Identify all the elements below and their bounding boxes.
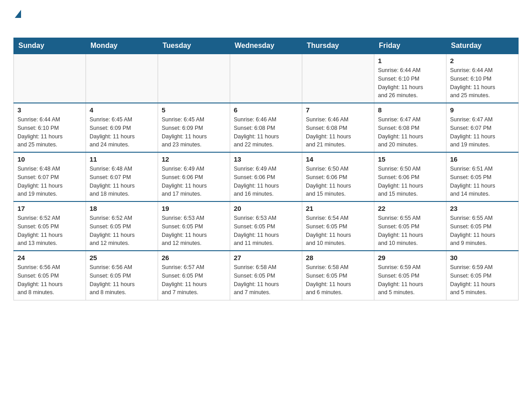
weekday-header-wednesday: Wednesday <box>230 38 302 54</box>
day-info: Sunrise: 6:50 AM Sunset: 6:06 PM Dayligh… <box>306 165 370 198</box>
day-info: Sunrise: 6:56 AM Sunset: 6:05 PM Dayligh… <box>17 263 82 297</box>
day-number: 14 <box>306 155 370 163</box>
calendar-cell: 19Sunrise: 6:53 AM Sunset: 6:05 PM Dayli… <box>158 201 230 251</box>
day-number: 28 <box>306 254 370 261</box>
day-number: 11 <box>90 155 154 163</box>
day-info: Sunrise: 6:44 AM Sunset: 6:10 PM Dayligh… <box>378 66 442 100</box>
calendar-cell: 21Sunrise: 6:54 AM Sunset: 6:05 PM Dayli… <box>302 201 374 251</box>
page-header <box>13 9 519 32</box>
weekday-header-friday: Friday <box>374 38 446 54</box>
day-info: Sunrise: 6:52 AM Sunset: 6:05 PM Dayligh… <box>17 214 82 248</box>
day-info: Sunrise: 6:50 AM Sunset: 6:06 PM Dayligh… <box>378 165 442 198</box>
calendar-cell: 4Sunrise: 6:45 AM Sunset: 6:09 PM Daylig… <box>86 103 158 152</box>
day-info: Sunrise: 6:45 AM Sunset: 6:09 PM Dayligh… <box>90 116 154 149</box>
calendar-cell: 23Sunrise: 6:55 AM Sunset: 6:05 PM Dayli… <box>446 201 519 251</box>
calendar-cell: 13Sunrise: 6:49 AM Sunset: 6:06 PM Dayli… <box>230 152 302 201</box>
day-number: 20 <box>234 205 298 212</box>
day-number: 12 <box>162 155 226 163</box>
day-info: Sunrise: 6:47 AM Sunset: 6:07 PM Dayligh… <box>450 116 515 149</box>
day-number: 5 <box>162 106 226 114</box>
day-info: Sunrise: 6:56 AM Sunset: 6:05 PM Dayligh… <box>90 263 154 297</box>
week-row-4: 17Sunrise: 6:52 AM Sunset: 6:05 PM Dayli… <box>14 201 519 251</box>
day-number: 21 <box>306 205 370 212</box>
calendar-cell <box>14 54 86 103</box>
calendar-cell: 5Sunrise: 6:45 AM Sunset: 6:09 PM Daylig… <box>158 103 230 152</box>
day-number: 26 <box>162 254 226 261</box>
day-number: 7 <box>306 106 370 114</box>
day-info: Sunrise: 6:46 AM Sunset: 6:08 PM Dayligh… <box>234 116 298 149</box>
calendar-cell: 16Sunrise: 6:51 AM Sunset: 6:05 PM Dayli… <box>446 152 519 201</box>
day-number: 4 <box>90 106 154 114</box>
calendar-cell: 18Sunrise: 6:52 AM Sunset: 6:05 PM Dayli… <box>86 201 158 251</box>
calendar-cell <box>230 54 302 103</box>
day-number: 18 <box>90 205 154 212</box>
day-number: 23 <box>450 205 515 212</box>
calendar-cell: 9Sunrise: 6:47 AM Sunset: 6:07 PM Daylig… <box>446 103 519 152</box>
calendar-cell: 20Sunrise: 6:53 AM Sunset: 6:05 PM Dayli… <box>230 201 302 251</box>
day-info: Sunrise: 6:44 AM Sunset: 6:10 PM Dayligh… <box>17 116 82 149</box>
day-info: Sunrise: 6:59 AM Sunset: 6:05 PM Dayligh… <box>450 263 515 297</box>
calendar-cell: 6Sunrise: 6:46 AM Sunset: 6:08 PM Daylig… <box>230 103 302 152</box>
calendar-cell: 14Sunrise: 6:50 AM Sunset: 6:06 PM Dayli… <box>302 152 374 201</box>
day-info: Sunrise: 6:46 AM Sunset: 6:08 PM Dayligh… <box>306 116 370 149</box>
day-number: 2 <box>450 57 515 64</box>
day-number: 25 <box>90 254 154 261</box>
logo-triangle-icon <box>15 10 21 20</box>
week-row-3: 10Sunrise: 6:48 AM Sunset: 6:07 PM Dayli… <box>14 152 519 201</box>
calendar-cell: 26Sunrise: 6:57 AM Sunset: 6:05 PM Dayli… <box>158 251 230 300</box>
calendar-cell: 10Sunrise: 6:48 AM Sunset: 6:07 PM Dayli… <box>14 152 86 201</box>
day-info: Sunrise: 6:55 AM Sunset: 6:05 PM Dayligh… <box>378 214 442 248</box>
weekday-header-tuesday: Tuesday <box>158 38 230 54</box>
day-info: Sunrise: 6:45 AM Sunset: 6:09 PM Dayligh… <box>162 116 226 149</box>
day-info: Sunrise: 6:59 AM Sunset: 6:05 PM Dayligh… <box>378 263 442 297</box>
week-row-5: 24Sunrise: 6:56 AM Sunset: 6:05 PM Dayli… <box>14 251 519 300</box>
calendar-cell: 12Sunrise: 6:49 AM Sunset: 6:06 PM Dayli… <box>158 152 230 201</box>
week-row-1: 1Sunrise: 6:44 AM Sunset: 6:10 PM Daylig… <box>14 54 519 103</box>
calendar-cell <box>86 54 158 103</box>
day-number: 27 <box>234 254 298 261</box>
weekday-header-thursday: Thursday <box>302 38 374 54</box>
calendar-cell: 2Sunrise: 6:44 AM Sunset: 6:10 PM Daylig… <box>446 54 519 103</box>
logo <box>13 9 21 32</box>
calendar-cell <box>158 54 230 103</box>
day-number: 15 <box>378 155 442 163</box>
day-info: Sunrise: 6:49 AM Sunset: 6:06 PM Dayligh… <box>234 165 298 198</box>
day-info: Sunrise: 6:47 AM Sunset: 6:08 PM Dayligh… <box>378 116 442 149</box>
day-info: Sunrise: 6:58 AM Sunset: 6:05 PM Dayligh… <box>306 263 370 297</box>
calendar-cell: 7Sunrise: 6:46 AM Sunset: 6:08 PM Daylig… <box>302 103 374 152</box>
week-row-2: 3Sunrise: 6:44 AM Sunset: 6:10 PM Daylig… <box>14 103 519 152</box>
day-info: Sunrise: 6:54 AM Sunset: 6:05 PM Dayligh… <box>306 214 370 248</box>
day-number: 19 <box>162 205 226 212</box>
calendar-cell: 28Sunrise: 6:58 AM Sunset: 6:05 PM Dayli… <box>302 251 374 300</box>
weekday-header-saturday: Saturday <box>446 38 519 54</box>
calendar-cell: 24Sunrise: 6:56 AM Sunset: 6:05 PM Dayli… <box>14 251 86 300</box>
day-info: Sunrise: 6:52 AM Sunset: 6:05 PM Dayligh… <box>90 214 154 248</box>
day-info: Sunrise: 6:51 AM Sunset: 6:05 PM Dayligh… <box>450 165 515 198</box>
day-number: 3 <box>17 106 82 114</box>
calendar-cell: 8Sunrise: 6:47 AM Sunset: 6:08 PM Daylig… <box>374 103 446 152</box>
day-info: Sunrise: 6:49 AM Sunset: 6:06 PM Dayligh… <box>162 165 226 198</box>
day-number: 16 <box>450 155 515 163</box>
day-number: 17 <box>17 205 82 212</box>
calendar-cell: 30Sunrise: 6:59 AM Sunset: 6:05 PM Dayli… <box>446 251 519 300</box>
calendar-cell: 1Sunrise: 6:44 AM Sunset: 6:10 PM Daylig… <box>374 54 446 103</box>
svg-marker-0 <box>15 10 21 18</box>
day-info: Sunrise: 6:53 AM Sunset: 6:05 PM Dayligh… <box>234 214 298 248</box>
day-number: 9 <box>450 106 515 114</box>
day-info: Sunrise: 6:48 AM Sunset: 6:07 PM Dayligh… <box>17 165 82 198</box>
calendar-cell: 3Sunrise: 6:44 AM Sunset: 6:10 PM Daylig… <box>14 103 86 152</box>
day-number: 29 <box>378 254 442 261</box>
day-info: Sunrise: 6:57 AM Sunset: 6:05 PM Dayligh… <box>162 263 226 297</box>
weekday-header-sunday: Sunday <box>14 38 86 54</box>
day-number: 30 <box>450 254 515 261</box>
calendar-table: SundayMondayTuesdayWednesdayThursdayFrid… <box>13 38 519 300</box>
day-number: 8 <box>378 106 442 114</box>
calendar-cell: 17Sunrise: 6:52 AM Sunset: 6:05 PM Dayli… <box>14 201 86 251</box>
day-number: 13 <box>234 155 298 163</box>
calendar-cell: 25Sunrise: 6:56 AM Sunset: 6:05 PM Dayli… <box>86 251 158 300</box>
day-info: Sunrise: 6:58 AM Sunset: 6:05 PM Dayligh… <box>234 263 298 297</box>
calendar-cell: 29Sunrise: 6:59 AM Sunset: 6:05 PM Dayli… <box>374 251 446 300</box>
weekday-header-row: SundayMondayTuesdayWednesdayThursdayFrid… <box>14 38 519 54</box>
calendar-cell: 22Sunrise: 6:55 AM Sunset: 6:05 PM Dayli… <box>374 201 446 251</box>
day-number: 24 <box>17 254 82 261</box>
